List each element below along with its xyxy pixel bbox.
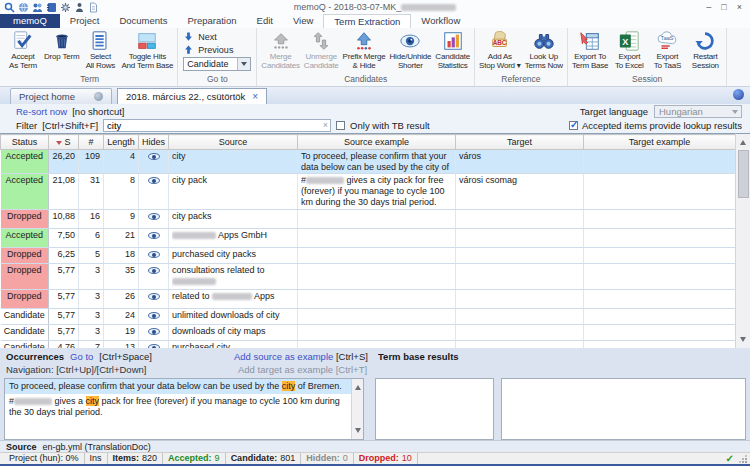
termbase-results-title: Term base results xyxy=(378,351,459,362)
candidate-statistics-button[interactable]: Candidate Statistics xyxy=(433,29,472,72)
toggle-hits-and-term-base-button[interactable]: Toggle Hits And Term Base xyxy=(119,29,175,72)
ribbon-tab-edit[interactable]: Edit xyxy=(247,14,283,28)
count-cell: 3 xyxy=(79,290,104,309)
goto-filter-combo[interactable]: Candidate xyxy=(183,57,251,71)
drop-term-button[interactable]: Drop Term xyxy=(42,29,81,63)
ribbon-group-buttons: Merge CandidatesUnmerge CandidatePrefix … xyxy=(259,29,472,73)
tab-close-icon[interactable]: × xyxy=(252,91,258,102)
select-all-rows-button[interactable]: Select All Rows xyxy=(81,29,119,72)
table-row[interactable]: Accepted7,50621 Apps GmbH xyxy=(1,229,736,248)
status-value: 10 xyxy=(402,453,412,464)
export-to-taas-button[interactable]: TaaSExport To TaaS xyxy=(648,29,686,72)
search-icon[interactable] xyxy=(4,2,15,13)
table-row[interactable]: Dropped5,77335consultations related to xyxy=(1,264,736,290)
scroll-down-icon[interactable] xyxy=(740,337,746,342)
goto-link[interactable]: Go to xyxy=(70,351,93,362)
add-source-link[interactable]: Add source as example xyxy=(234,351,333,362)
accept-as-term-button[interactable]: Accept As Term xyxy=(4,29,42,72)
users-icon[interactable] xyxy=(32,2,43,13)
close-button[interactable]: × xyxy=(737,2,742,12)
table-row[interactable]: Accepted21,08318city pack# gives a city … xyxy=(1,174,736,210)
gear-icon[interactable] xyxy=(60,2,71,13)
table-row[interactable]: Candidate5,77324unlimited downloads of c… xyxy=(1,309,736,325)
scroll-down-icon[interactable] xyxy=(355,428,361,433)
add-as-stop-word-button[interactable]: ABCAdd As Stop Word ▾ xyxy=(477,29,523,72)
address-book-icon[interactable] xyxy=(46,2,57,13)
column-header-target-example[interactable]: Target example xyxy=(584,135,736,150)
table-row[interactable]: Dropped10,88169city packs xyxy=(1,210,736,229)
source-example-cell xyxy=(298,229,456,248)
minimize-button[interactable]: – xyxy=(706,2,711,12)
table-row[interactable]: Candidate4,76713purchased city xyxy=(1,341,736,349)
project-home-icon xyxy=(94,92,103,101)
ribbon-tab-project[interactable]: Project xyxy=(60,14,110,28)
filter-input[interactable] xyxy=(103,119,331,132)
column-header-hides[interactable]: Hides xyxy=(139,135,169,150)
ribbon-tab-documents[interactable]: Documents xyxy=(109,14,177,28)
termbase-target-box xyxy=(501,378,746,440)
visibility-eye-icon[interactable] xyxy=(148,232,160,239)
cell-content: Dropped xyxy=(4,291,46,307)
column-header-s[interactable]: S xyxy=(49,135,79,150)
prefix-merge-hide-button[interactable]: Prefix Merge & Hide xyxy=(341,29,388,72)
score-cell: 5,77 xyxy=(49,264,79,290)
only-tb-result-checkbox[interactable] xyxy=(336,121,345,130)
globe-icon[interactable] xyxy=(18,2,29,13)
ribbon-tab-preparation[interactable]: Preparation xyxy=(177,14,246,28)
resort-now-link[interactable]: Re-sort now xyxy=(16,106,67,117)
tab-term-extraction-document[interactable]: 2018. március 22., csütörtök × xyxy=(117,88,267,104)
visibility-eye-icon[interactable] xyxy=(148,267,160,274)
restart-session-button[interactable]: Restart Session xyxy=(686,29,724,72)
ribbon-tab-workflow[interactable]: Workflow xyxy=(411,14,470,28)
goto-next-button[interactable]: Next xyxy=(183,31,251,42)
visibility-eye-icon[interactable] xyxy=(148,153,160,160)
occurrence-item[interactable]: To proceed, please confirm that your dat… xyxy=(5,379,363,394)
column-header-source[interactable]: Source xyxy=(169,135,298,150)
table-scrollbar[interactable] xyxy=(735,133,750,348)
length-cell: 8 xyxy=(104,174,139,210)
cell-content: 3 xyxy=(82,326,100,339)
score-cell: 7,50 xyxy=(49,229,79,248)
document-icon[interactable] xyxy=(88,2,99,13)
export-to-term-base-button[interactable]: Export To Term Base xyxy=(570,29,610,72)
column-header-status[interactable]: Status xyxy=(1,135,49,150)
goto-previous-button[interactable]: Previous xyxy=(183,44,251,55)
table-row[interactable]: Dropped5,77326related to Apps xyxy=(1,290,736,309)
scrollbar-thumb[interactable] xyxy=(738,150,749,198)
visibility-eye-icon[interactable] xyxy=(148,312,160,319)
scroll-up-icon[interactable] xyxy=(355,385,361,390)
ribbon-button-label: Look Up Terms Now xyxy=(525,53,563,71)
hide-unhide-shorter-button[interactable]: Hide/Unhide Shorter xyxy=(387,29,433,72)
clear-filter-icon[interactable]: × xyxy=(323,119,328,132)
occurrence-scrollbar[interactable] xyxy=(351,379,363,439)
column-header-col2[interactable]: # xyxy=(79,135,104,150)
table-row[interactable]: Candidate5,77319downloads of city maps xyxy=(1,325,736,341)
table-row[interactable]: Dropped6,25518purchased city packs xyxy=(1,248,736,264)
column-header-length[interactable]: Length xyxy=(104,135,139,150)
occurrence-item[interactable]: # gives a city pack for free (forever) i… xyxy=(5,394,363,420)
cell-content: 5,77 xyxy=(52,310,75,323)
help-globe-icon[interactable] xyxy=(733,89,744,100)
column-header-source-example[interactable]: Source example xyxy=(298,135,456,150)
visibility-eye-icon[interactable] xyxy=(148,213,160,220)
ribbon-tab-memoq[interactable]: memoQ xyxy=(0,14,60,28)
look-up-terms-now-button[interactable]: Look Up Terms Now xyxy=(523,29,565,72)
cell-content: 5,77 xyxy=(52,326,75,339)
resize-grip[interactable] xyxy=(738,454,747,463)
visibility-eye-icon[interactable] xyxy=(148,293,160,300)
accepted-lookup-checkbox[interactable] xyxy=(569,121,578,130)
status-value: 801 xyxy=(280,453,295,464)
export-to-excel-button[interactable]: XExport To Excel xyxy=(610,29,648,72)
ribbon-tab-term-extraction[interactable]: Term Extraction xyxy=(323,14,411,28)
visibility-eye-icon[interactable] xyxy=(148,251,160,258)
table-row[interactable]: Accepted26,201094cityTo proceed, please … xyxy=(1,150,736,174)
visibility-eye-icon[interactable] xyxy=(148,177,160,184)
tab-project-home[interactable]: Project home xyxy=(10,88,112,104)
visibility-eye-icon[interactable] xyxy=(148,328,160,335)
scroll-up-icon[interactable] xyxy=(740,140,746,145)
maximize-button[interactable]: □ xyxy=(721,2,726,12)
ribbon-tab-view[interactable]: View xyxy=(283,14,323,28)
combo-dropdown-button[interactable] xyxy=(237,58,250,70)
team-icon[interactable] xyxy=(74,2,85,13)
column-header-target[interactable]: Target xyxy=(456,135,584,150)
